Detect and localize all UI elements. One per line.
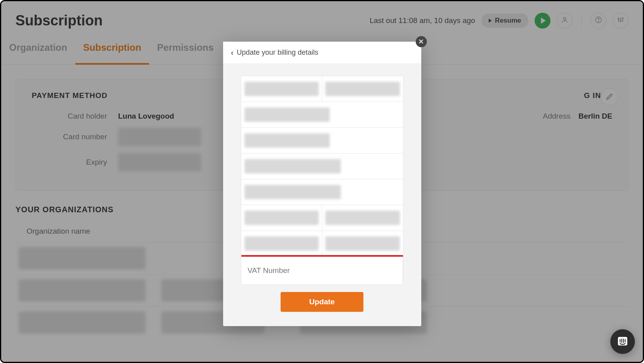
form-cell[interactable] (322, 76, 403, 102)
chat-launcher[interactable] (610, 329, 635, 354)
modal-title: Update your billing details (237, 48, 318, 57)
form-cell[interactable] (322, 231, 403, 256)
form-cell[interactable] (241, 154, 403, 179)
billing-details-modal: ✕ ‹ Update your billing details (223, 42, 421, 326)
form-row (241, 205, 403, 231)
chevron-left-icon: ‹ (231, 48, 234, 57)
app-root: Subscription Last out 11:08 am, 10 days … (1, 1, 643, 362)
form-cell[interactable] (241, 76, 323, 102)
form-row (241, 76, 403, 102)
modal-body: Update (223, 64, 421, 326)
form-cell[interactable] (241, 205, 323, 230)
billing-form (241, 76, 403, 285)
form-row (241, 179, 403, 205)
input-redacted (245, 236, 319, 251)
input-redacted (245, 133, 330, 148)
input-redacted (325, 236, 400, 251)
vat-cell (241, 257, 403, 284)
vat-number-input[interactable] (241, 257, 403, 284)
input-redacted (245, 211, 319, 225)
input-redacted (245, 108, 330, 122)
form-row (241, 128, 403, 154)
input-redacted (245, 82, 319, 96)
modal-overlay[interactable]: ✕ ‹ Update your billing details (1, 1, 643, 362)
vat-number-row (241, 257, 403, 284)
input-redacted (245, 185, 341, 199)
update-button[interactable]: Update (281, 292, 363, 312)
close-icon: ✕ (418, 37, 424, 46)
form-cell[interactable] (241, 179, 403, 205)
form-row (241, 102, 403, 128)
chat-icon (617, 336, 629, 348)
form-cell[interactable] (241, 102, 403, 127)
close-button[interactable]: ✕ (416, 36, 427, 47)
input-redacted (325, 211, 400, 225)
input-redacted (325, 82, 400, 96)
form-cell[interactable] (322, 205, 403, 230)
form-cell[interactable] (241, 128, 403, 153)
form-row (241, 154, 403, 179)
form-cell[interactable] (241, 231, 323, 256)
modal-header[interactable]: ‹ Update your billing details (223, 42, 421, 64)
form-row (241, 231, 403, 257)
input-redacted (245, 159, 341, 173)
